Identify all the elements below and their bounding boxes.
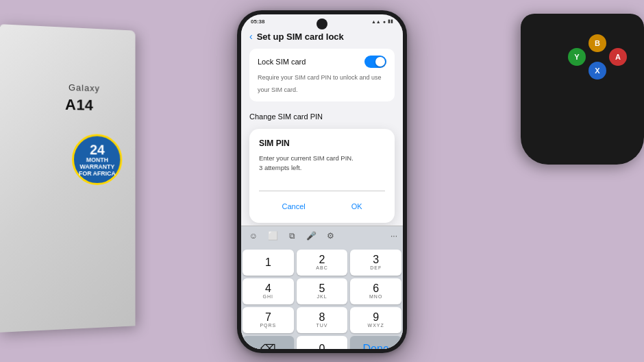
dialog-buttons: Cancel OK [259, 200, 385, 213]
button-b: B [589, 34, 606, 52]
settings-icon[interactable]: ⚙ [323, 229, 337, 243]
numpad-row-3: 7 PQRS 8 TUV 9 WXYZ [241, 306, 403, 335]
phone-device: 05:38 ▲▲ ● ▮▮ ‹ Set up SIM card lock Loc… [237, 10, 407, 353]
key-4[interactable]: 4 GHI [243, 278, 294, 304]
game-controller: A B X Y [521, 14, 644, 165]
keyboard-toolbar: ☺ ⬜ ⧉ 🎤 ⚙ ··· [241, 226, 403, 245]
change-pin-row[interactable]: Change SIM card PIN [249, 107, 395, 126]
key-backspace[interactable]: ⌫ [243, 336, 294, 350]
controller-buttons: A B X Y [565, 27, 634, 96]
page-title: Set up SIM card lock [257, 32, 344, 42]
clipboard-icon[interactable]: ⬜ [266, 229, 280, 243]
numpad-row-2: 4 GHI 5 JKL 6 MNO [241, 277, 403, 306]
mic-icon[interactable]: 🎤 [304, 229, 318, 243]
numpad-row-4: ⌫ 0 Done [241, 335, 403, 350]
key-6[interactable]: 6 MNO [350, 278, 401, 304]
box-brand: Galaxy [69, 82, 100, 93]
numpad-row-1: 1 2 ABC 3 DEF [241, 248, 403, 277]
box-body: Galaxy A14 24 MONTH WARRANTY FOR AFRICA [0, 24, 135, 333]
button-x: X [589, 62, 606, 80]
battery-icon: ▮▮ [388, 19, 393, 24]
key-8[interactable]: 8 TUV [297, 307, 348, 333]
lock-sim-row: Lock SIM card Require your SIM card PIN … [249, 49, 395, 101]
lock-sim-top: Lock SIM card [258, 56, 386, 68]
key-7[interactable]: 7 PQRS [243, 307, 294, 333]
signal-icon: ▲▲ [371, 19, 381, 24]
dialog-title: SIM PIN [259, 138, 385, 148]
box-model: A14 [65, 96, 93, 114]
lock-sim-toggle[interactable] [364, 56, 386, 68]
status-time: 05:38 [251, 19, 264, 25]
button-y: Y [568, 48, 586, 66]
phone-notch [317, 19, 327, 29]
key-0[interactable]: 0 [297, 336, 348, 350]
more-icon[interactable]: ··· [391, 231, 397, 241]
wifi-icon: ● [383, 19, 386, 24]
dialog-message: Enter your current SIM card PIN.3 attemp… [259, 154, 385, 173]
lock-sim-description: Require your SIM card PIN to unlock and … [258, 74, 382, 93]
ok-button[interactable]: OK [340, 200, 373, 213]
warranty-badge: 24 MONTH WARRANTY FOR AFRICA [72, 134, 122, 185]
cancel-button[interactable]: Cancel [271, 200, 316, 213]
phone-screen: 05:38 ▲▲ ● ▮▮ ‹ Set up SIM card lock Loc… [241, 14, 403, 349]
page-header: ‹ Set up SIM card lock [249, 27, 395, 49]
button-a: A [609, 48, 627, 66]
backspace-icon: ⌫ [260, 343, 276, 350]
emoji-icon[interactable]: ☺ [247, 229, 260, 243]
key-5[interactable]: 5 JKL [297, 278, 348, 304]
screen-content: ‹ Set up SIM card lock Lock SIM card Req… [241, 27, 403, 223]
status-icons: ▲▲ ● ▮▮ [371, 19, 393, 24]
change-pin-label: Change SIM card PIN [249, 112, 323, 121]
numpad: 1 2 ABC 3 DEF 4 GHI 5 [241, 245, 403, 350]
key-2[interactable]: 2 ABC [297, 250, 348, 276]
key-1[interactable]: 1 [243, 250, 294, 276]
toggle-knob [375, 57, 385, 67]
key-9[interactable]: 9 WXYZ [350, 307, 401, 333]
copy-icon[interactable]: ⧉ [285, 229, 299, 243]
dialog-input[interactable] [259, 179, 385, 191]
key-done[interactable]: Done [350, 336, 401, 350]
key-3[interactable]: 3 DEF [350, 250, 401, 276]
back-button[interactable]: ‹ [249, 31, 253, 42]
dialog-message-text: Enter your current SIM card PIN.3 attemp… [259, 154, 354, 171]
sim-pin-dialog: SIM PIN Enter your current SIM card PIN.… [249, 129, 395, 223]
lock-sim-label: Lock SIM card [258, 58, 306, 66]
